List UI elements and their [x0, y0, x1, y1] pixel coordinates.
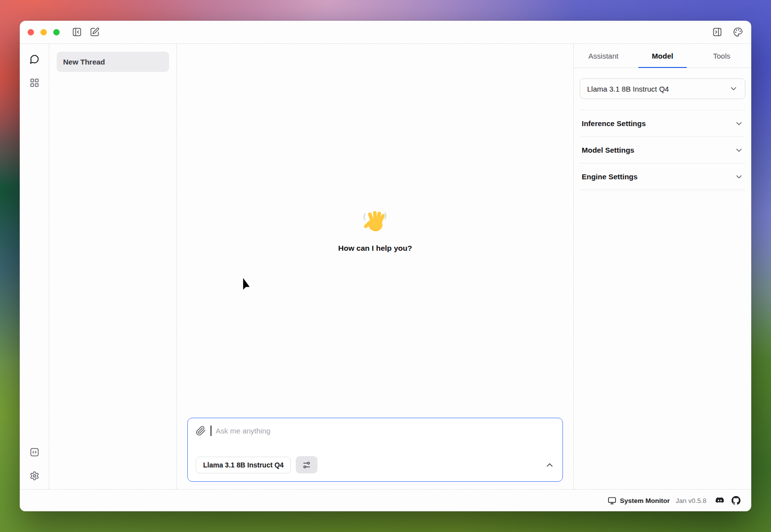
panel-right-collapse-icon[interactable] — [712, 27, 723, 37]
thread-list-panel: New Thread — [49, 44, 177, 489]
github-icon[interactable] — [732, 496, 740, 505]
model-tune-sliders-icon[interactable] — [296, 456, 317, 473]
system-monitor-icon — [608, 497, 616, 505]
content-row: New Thread How can — [20, 43, 751, 489]
settings-gear-icon[interactable] — [29, 470, 40, 481]
thread-item-new-thread[interactable]: New Thread — [57, 52, 169, 72]
system-monitor-button[interactable]: System Monitor — [608, 497, 669, 505]
waving-hand-emoji — [362, 209, 388, 235]
discord-icon[interactable] — [715, 496, 724, 505]
right-panel-tabs: Assistant Model Tools — [574, 44, 751, 68]
chevron-down-icon — [735, 146, 743, 155]
chevron-down-icon — [729, 84, 738, 93]
empty-state-greeting: How can I help you? — [177, 44, 573, 418]
section-label: Inference Settings — [582, 119, 646, 128]
text-caret — [210, 426, 211, 436]
attachment-paperclip-icon[interactable] — [196, 426, 206, 436]
minimize-window-button[interactable] — [40, 29, 47, 35]
tab-tools[interactable]: Tools — [692, 44, 751, 67]
chat-threads-icon[interactable] — [29, 54, 40, 65]
tab-model[interactable]: Model — [633, 44, 692, 67]
collapse-chevron-up-icon[interactable] — [545, 460, 555, 470]
status-bar: System Monitor Jan v0.5.8 — [20, 489, 751, 511]
chat-main-area: How can I help you? Llama 3.1 8B Instruc… — [177, 44, 573, 489]
tab-assistant[interactable]: Assistant — [574, 44, 633, 67]
chat-text-input[interactable] — [216, 427, 555, 435]
system-monitor-label: System Monitor — [620, 497, 669, 504]
chevron-down-icon — [735, 172, 743, 181]
panel-left-collapse-icon[interactable] — [71, 27, 82, 37]
section-model-settings[interactable]: Model Settings — [580, 137, 745, 164]
mouse-cursor — [240, 277, 253, 295]
chat-input-box[interactable]: Llama 3.1 8B Instruct Q4 — [187, 418, 563, 482]
theme-palette-icon[interactable] — [733, 27, 743, 37]
close-window-button[interactable] — [28, 29, 34, 35]
local-api-code-icon[interactable] — [29, 447, 40, 458]
jan-app-window: New Thread How can — [20, 21, 751, 511]
model-dropdown-value: Llama 3.1 8B Instruct Q4 — [587, 85, 669, 93]
app-version-label: Jan v0.5.8 — [676, 497, 706, 504]
section-engine-settings[interactable]: Engine Settings — [580, 164, 745, 190]
left-rail — [20, 44, 49, 489]
model-selector-button[interactable]: Llama 3.1 8B Instruct Q4 — [196, 457, 291, 473]
right-settings-panel: Assistant Model Tools Llama 3.1 8B Instr… — [573, 44, 751, 489]
section-inference-settings[interactable]: Inference Settings — [580, 110, 745, 137]
section-label: Engine Settings — [582, 172, 637, 181]
zoom-window-button[interactable] — [53, 29, 60, 35]
section-label: Model Settings — [582, 146, 634, 154]
traffic-lights — [28, 29, 60, 35]
titlebar — [20, 21, 751, 43]
chevron-down-icon — [735, 119, 743, 128]
greeting-text: How can I help you? — [338, 244, 412, 253]
model-dropdown[interactable]: Llama 3.1 8B Instruct Q4 — [580, 78, 745, 99]
new-thread-edit-icon[interactable] — [89, 27, 100, 37]
hub-grid-icon[interactable] — [29, 77, 40, 88]
settings-sections: Inference Settings Model Settings Engine… — [580, 110, 745, 190]
